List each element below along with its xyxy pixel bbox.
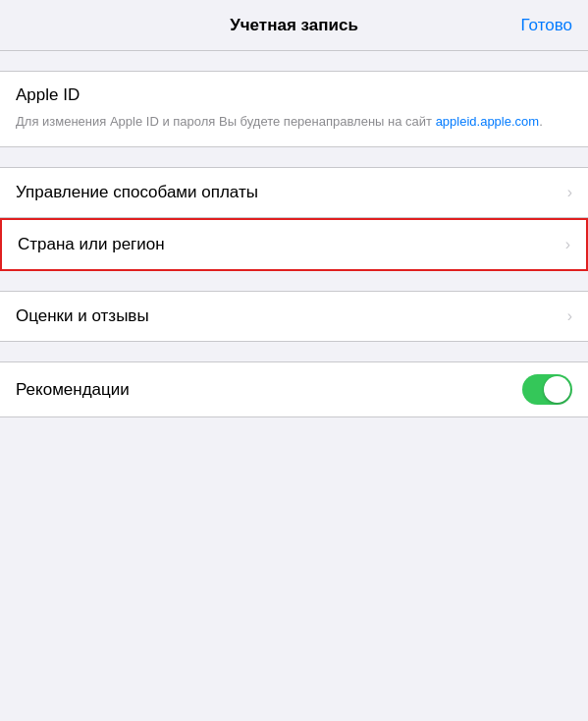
apple-id-title: Apple ID: [16, 85, 572, 105]
country-region-label: Страна или регион: [18, 235, 165, 254]
recommendations-section: Рекомендации: [0, 361, 588, 417]
apple-id-link[interactable]: appleid.apple.com: [436, 114, 540, 129]
payment-management-label: Управление способами оплаты: [16, 183, 258, 202]
done-button[interactable]: Готово: [521, 16, 573, 35]
country-region-section: Страна или регион ›: [0, 218, 588, 271]
payment-management-item[interactable]: Управление способами оплаты ›: [0, 168, 588, 217]
payment-management-section: Управление способами оплаты ›: [0, 167, 588, 218]
chevron-icon: ›: [567, 307, 572, 325]
chevron-icon: ›: [567, 184, 572, 201]
page-title: Учетная запись: [230, 16, 358, 35]
recommendations-label: Рекомендации: [16, 380, 130, 400]
country-region-item[interactable]: Страна или регион ›: [2, 220, 586, 269]
apple-id-description: Для изменения Apple ID и пароля Вы будет…: [16, 113, 572, 131]
apple-id-section: Apple ID Для изменения Apple ID и пароля…: [0, 71, 588, 147]
ratings-reviews-item[interactable]: Оценки и отзывы ›: [0, 292, 588, 341]
payment-management-card: Управление способами оплаты ›: [0, 167, 588, 218]
ratings-reviews-label: Оценки и отзывы: [16, 306, 149, 326]
toggle-knob: [544, 376, 570, 403]
country-region-card: Страна или регион ›: [0, 218, 588, 271]
ratings-reviews-section: Оценки и отзывы ›: [0, 291, 588, 342]
ratings-reviews-card: Оценки и отзывы ›: [0, 291, 588, 342]
navigation-bar: Учетная запись Готово: [0, 0, 588, 51]
recommendations-toggle[interactable]: [522, 374, 572, 405]
chevron-icon: ›: [565, 236, 570, 253]
